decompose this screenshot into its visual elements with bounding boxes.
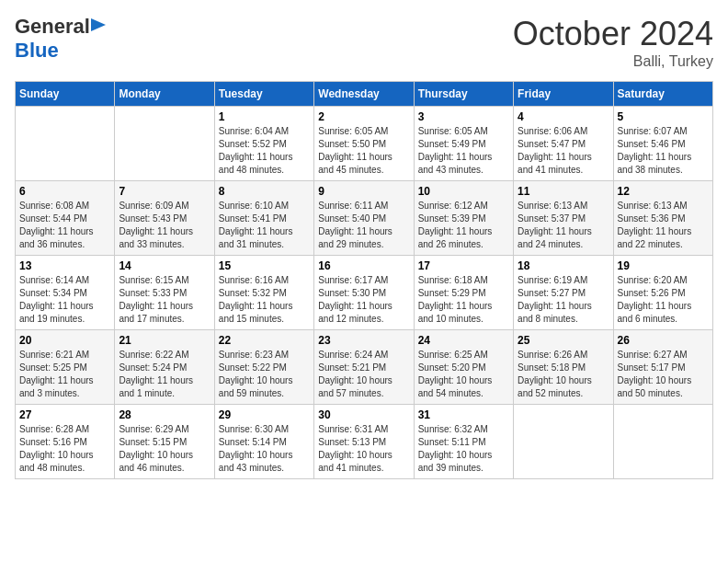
cell-info: Sunrise: 6:06 AM Sunset: 5:47 PM Dayligh…: [518, 125, 609, 177]
month-title: October 2024: [513, 15, 713, 53]
calendar-header: SundayMondayTuesdayWednesdayThursdayFrid…: [16, 82, 713, 107]
cell-info: Sunrise: 6:05 AM Sunset: 5:50 PM Dayligh…: [318, 125, 409, 177]
calendar-cell: 27Sunrise: 6:28 AM Sunset: 5:16 PM Dayli…: [16, 405, 115, 479]
day-number: 12: [618, 185, 709, 198]
header-day: Thursday: [414, 82, 513, 107]
cell-info: Sunrise: 6:23 AM Sunset: 5:22 PM Dayligh…: [219, 349, 310, 400]
calendar-cell: 29Sunrise: 6:30 AM Sunset: 5:14 PM Dayli…: [214, 405, 313, 479]
calendar-cell: 7Sunrise: 6:09 AM Sunset: 5:43 PM Daylig…: [115, 181, 214, 256]
calendar-cell: 22Sunrise: 6:23 AM Sunset: 5:22 PM Dayli…: [214, 330, 313, 405]
cell-info: Sunrise: 6:21 AM Sunset: 5:25 PM Dayligh…: [19, 349, 110, 400]
cell-info: Sunrise: 6:20 AM Sunset: 5:26 PM Dayligh…: [618, 274, 709, 326]
calendar-week: 13Sunrise: 6:14 AM Sunset: 5:34 PM Dayli…: [16, 256, 713, 330]
title-area: October 2024 Balli, Turkey: [513, 15, 713, 70]
calendar-cell: 18Sunrise: 6:19 AM Sunset: 5:27 PM Dayli…: [514, 256, 613, 330]
calendar-cell: 16Sunrise: 6:17 AM Sunset: 5:30 PM Dayli…: [314, 256, 414, 330]
cell-info: Sunrise: 6:25 AM Sunset: 5:20 PM Dayligh…: [418, 349, 509, 400]
calendar-cell: 2Sunrise: 6:05 AM Sunset: 5:50 PM Daylig…: [314, 107, 414, 181]
cell-info: Sunrise: 6:04 AM Sunset: 5:52 PM Dayligh…: [219, 125, 310, 177]
cell-info: Sunrise: 6:24 AM Sunset: 5:21 PM Dayligh…: [318, 349, 409, 400]
day-number: 3: [418, 110, 509, 123]
day-number: 27: [19, 408, 110, 421]
day-number: 29: [219, 408, 310, 421]
header-day: Tuesday: [214, 82, 313, 107]
day-number: 31: [418, 408, 509, 421]
calendar-cell: 1Sunrise: 6:04 AM Sunset: 5:52 PM Daylig…: [214, 107, 313, 181]
day-number: 16: [318, 259, 409, 272]
calendar-cell: 23Sunrise: 6:24 AM Sunset: 5:21 PM Dayli…: [314, 330, 414, 405]
calendar-cell: 25Sunrise: 6:26 AM Sunset: 5:18 PM Dayli…: [514, 330, 613, 405]
header-row: SundayMondayTuesdayWednesdayThursdayFrid…: [16, 82, 713, 107]
calendar-cell: 10Sunrise: 6:12 AM Sunset: 5:39 PM Dayli…: [414, 181, 513, 256]
cell-info: Sunrise: 6:08 AM Sunset: 5:44 PM Dayligh…: [19, 200, 110, 251]
day-number: 20: [19, 334, 110, 347]
cell-info: Sunrise: 6:26 AM Sunset: 5:18 PM Dayligh…: [518, 349, 609, 400]
cell-info: Sunrise: 6:15 AM Sunset: 5:33 PM Dayligh…: [119, 274, 210, 326]
cell-info: Sunrise: 6:09 AM Sunset: 5:43 PM Dayligh…: [119, 200, 210, 251]
header-day: Monday: [115, 82, 214, 107]
logo-blue: Blue: [15, 39, 59, 62]
calendar-cell: 12Sunrise: 6:13 AM Sunset: 5:36 PM Dayli…: [613, 181, 712, 256]
day-number: 1: [219, 110, 310, 123]
day-number: 9: [318, 185, 409, 198]
calendar-cell: 21Sunrise: 6:22 AM Sunset: 5:24 PM Dayli…: [115, 330, 214, 405]
header-day: Wednesday: [314, 82, 414, 107]
cell-info: Sunrise: 6:27 AM Sunset: 5:17 PM Dayligh…: [618, 349, 709, 400]
calendar-cell: 8Sunrise: 6:10 AM Sunset: 5:41 PM Daylig…: [214, 181, 313, 256]
day-number: 2: [318, 110, 409, 123]
calendar-cell: 13Sunrise: 6:14 AM Sunset: 5:34 PM Dayli…: [16, 256, 115, 330]
day-number: 5: [618, 110, 709, 123]
cell-info: Sunrise: 6:32 AM Sunset: 5:11 PM Dayligh…: [418, 423, 509, 475]
header-day: Saturday: [613, 82, 712, 107]
calendar-body: 1Sunrise: 6:04 AM Sunset: 5:52 PM Daylig…: [16, 107, 713, 479]
calendar-cell: 5Sunrise: 6:07 AM Sunset: 5:46 PM Daylig…: [613, 107, 712, 181]
cell-info: Sunrise: 6:31 AM Sunset: 5:13 PM Dayligh…: [318, 423, 409, 475]
cell-info: Sunrise: 6:19 AM Sunset: 5:27 PM Dayligh…: [518, 274, 609, 326]
day-number: 18: [518, 259, 609, 272]
cell-info: Sunrise: 6:10 AM Sunset: 5:41 PM Dayligh…: [219, 200, 310, 251]
calendar-cell: [514, 405, 613, 479]
logo-general: General: [15, 15, 90, 39]
calendar-cell: 9Sunrise: 6:11 AM Sunset: 5:40 PM Daylig…: [314, 181, 414, 256]
svg-marker-0: [91, 18, 106, 31]
calendar-cell: [115, 107, 214, 181]
day-number: 10: [418, 185, 509, 198]
calendar-cell: 26Sunrise: 6:27 AM Sunset: 5:17 PM Dayli…: [613, 330, 712, 405]
calendar-cell: 15Sunrise: 6:16 AM Sunset: 5:32 PM Dayli…: [214, 256, 313, 330]
calendar-week: 20Sunrise: 6:21 AM Sunset: 5:25 PM Dayli…: [16, 330, 713, 405]
cell-info: Sunrise: 6:12 AM Sunset: 5:39 PM Dayligh…: [418, 200, 509, 251]
header-day: Sunday: [16, 82, 115, 107]
day-number: 30: [318, 408, 409, 421]
calendar-cell: 24Sunrise: 6:25 AM Sunset: 5:20 PM Dayli…: [414, 330, 513, 405]
day-number: 7: [119, 185, 210, 198]
calendar-cell: 30Sunrise: 6:31 AM Sunset: 5:13 PM Dayli…: [314, 405, 414, 479]
page-header: General Blue October 2024 Balli, Turkey: [15, 15, 713, 70]
calendar-cell: 19Sunrise: 6:20 AM Sunset: 5:26 PM Dayli…: [613, 256, 712, 330]
day-number: 28: [119, 408, 210, 421]
day-number: 25: [518, 334, 609, 347]
day-number: 24: [418, 334, 509, 347]
day-number: 19: [618, 259, 709, 272]
calendar-cell: 4Sunrise: 6:06 AM Sunset: 5:47 PM Daylig…: [514, 107, 613, 181]
cell-info: Sunrise: 6:18 AM Sunset: 5:29 PM Dayligh…: [418, 274, 509, 326]
cell-info: Sunrise: 6:05 AM Sunset: 5:49 PM Dayligh…: [418, 125, 509, 177]
cell-info: Sunrise: 6:16 AM Sunset: 5:32 PM Dayligh…: [219, 274, 310, 326]
cell-info: Sunrise: 6:14 AM Sunset: 5:34 PM Dayligh…: [19, 274, 110, 326]
day-number: 4: [518, 110, 609, 123]
cell-info: Sunrise: 6:29 AM Sunset: 5:15 PM Dayligh…: [119, 423, 210, 475]
calendar-cell: 31Sunrise: 6:32 AM Sunset: 5:11 PM Dayli…: [414, 405, 513, 479]
day-number: 6: [19, 185, 110, 198]
day-number: 14: [119, 259, 210, 272]
day-number: 26: [618, 334, 709, 347]
logo-arrow-icon: [91, 18, 106, 35]
calendar-week: 1Sunrise: 6:04 AM Sunset: 5:52 PM Daylig…: [16, 107, 713, 181]
cell-info: Sunrise: 6:30 AM Sunset: 5:14 PM Dayligh…: [219, 423, 310, 475]
cell-info: Sunrise: 6:17 AM Sunset: 5:30 PM Dayligh…: [318, 274, 409, 326]
calendar-cell: 14Sunrise: 6:15 AM Sunset: 5:33 PM Dayli…: [115, 256, 214, 330]
calendar-cell: 28Sunrise: 6:29 AM Sunset: 5:15 PM Dayli…: [115, 405, 214, 479]
cell-info: Sunrise: 6:28 AM Sunset: 5:16 PM Dayligh…: [19, 423, 110, 475]
cell-info: Sunrise: 6:13 AM Sunset: 5:36 PM Dayligh…: [618, 200, 709, 251]
calendar-cell: 11Sunrise: 6:13 AM Sunset: 5:37 PM Dayli…: [514, 181, 613, 256]
logo: General Blue: [15, 15, 108, 63]
calendar-cell: [613, 405, 712, 479]
